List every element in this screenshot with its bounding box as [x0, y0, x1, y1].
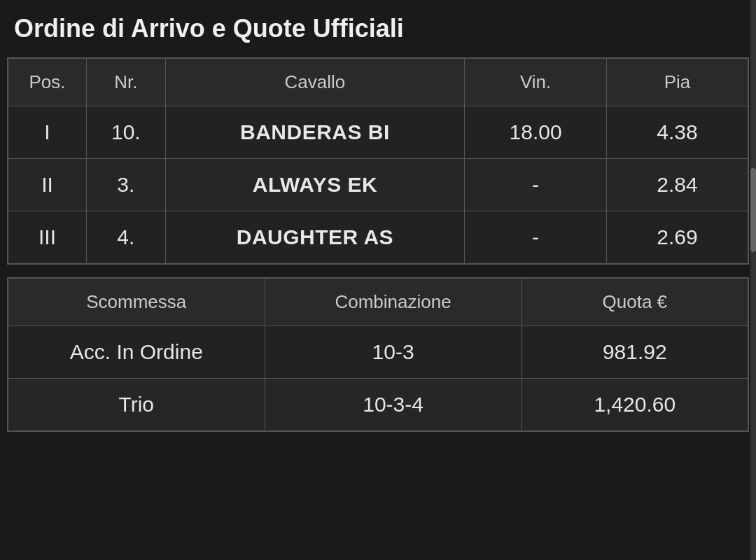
- cell-nr-1: 10.: [87, 106, 166, 159]
- bet-row: Acc. In Ordine 10-3 981.92: [8, 326, 748, 379]
- cell-pos-2: II: [8, 159, 87, 211]
- cell-pos-1: I: [8, 106, 87, 159]
- cell-scommessa-1: Acc. In Ordine: [8, 326, 265, 379]
- cell-vin-1: 18.00: [465, 106, 607, 159]
- header-combinazione: Combinazione: [265, 278, 522, 326]
- page-title: Ordine di Arrivo e Quote Ufficiali: [7, 14, 749, 43]
- bet-row: Trio 10-3-4 1,420.60: [8, 379, 748, 432]
- bets-header-row: Scommessa Combinazione Quota €: [8, 278, 748, 326]
- cell-scommessa-2: Trio: [8, 379, 265, 432]
- cell-quota-2: 1,420.60: [522, 379, 748, 432]
- scrollbar-track[interactable]: [750, 0, 756, 560]
- results-table: Pos. Nr. Cavallo Vin. Pia I 10. BANDERAS…: [7, 57, 749, 265]
- table-row: I 10. BANDERAS BI 18.00 4.38: [8, 106, 748, 159]
- cell-pia-2: 2.84: [606, 159, 748, 211]
- header-cavallo: Cavallo: [165, 58, 465, 106]
- cell-combinazione-1: 10-3: [265, 326, 522, 379]
- table-spacer: [7, 265, 749, 277]
- header-pia: Pia: [606, 58, 748, 106]
- header-pos: Pos.: [8, 58, 87, 106]
- cell-cavallo-3: DAUGHTER AS: [165, 211, 465, 265]
- table-row: III 4. DAUGHTER AS - 2.69: [8, 211, 748, 265]
- header-quota: Quota €: [522, 278, 748, 326]
- cell-pia-3: 2.69: [606, 211, 748, 265]
- cell-nr-3: 4.: [87, 211, 166, 265]
- cell-vin-3: -: [465, 211, 607, 265]
- header-scommessa: Scommessa: [8, 278, 265, 326]
- cell-combinazione-2: 10-3-4: [265, 379, 522, 432]
- cell-cavallo-1: BANDERAS BI: [165, 106, 465, 159]
- cell-nr-2: 3.: [87, 159, 166, 211]
- cell-vin-2: -: [465, 159, 607, 211]
- header-vin: Vin.: [465, 58, 607, 106]
- cell-quota-1: 981.92: [522, 326, 748, 379]
- cell-pia-1: 4.38: [606, 106, 748, 159]
- header-nr: Nr.: [87, 58, 166, 106]
- cell-pos-3: III: [8, 211, 87, 265]
- bets-table: Scommessa Combinazione Quota € Acc. In O…: [7, 277, 749, 432]
- table-row: II 3. ALWAYS EK - 2.84: [8, 159, 748, 211]
- cell-cavallo-2: ALWAYS EK: [165, 159, 465, 211]
- results-header-row: Pos. Nr. Cavallo Vin. Pia: [8, 58, 748, 106]
- scrollbar-thumb[interactable]: [750, 168, 756, 252]
